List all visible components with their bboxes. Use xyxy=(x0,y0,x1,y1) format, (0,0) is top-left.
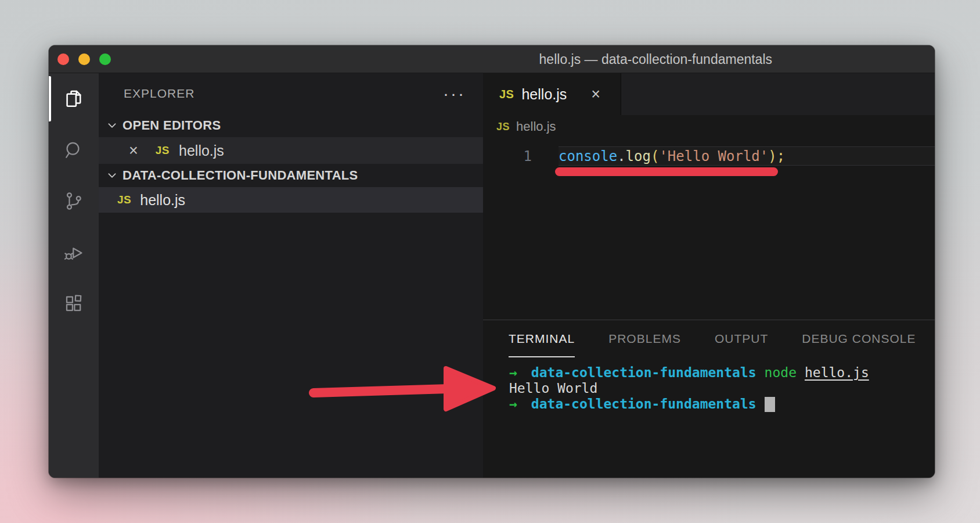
sidebar-title: EXPLORER xyxy=(124,87,194,101)
files-icon xyxy=(63,88,84,109)
panel-tab-bar: TERMINAL PROBLEMS OUTPUT DEBUG CONSOLE xyxy=(483,320,935,357)
js-file-icon: JS xyxy=(156,144,170,157)
terminal-line-command: →data-collection-fundamentalsnodehello.j… xyxy=(509,365,935,381)
code-editor[interactable]: JS hello.js 1 console.log('Hello World')… xyxy=(483,115,935,320)
open-editor-file-name: hello.js xyxy=(179,142,224,159)
activity-search-button[interactable] xyxy=(49,124,99,175)
folder-name-label: DATA-COLLECTION-FUNDAMENTALS xyxy=(123,168,358,183)
token-dot: . xyxy=(617,148,625,164)
sidebar-more-actions-button[interactable]: ··· xyxy=(443,88,466,99)
prompt-arrow: → xyxy=(509,365,517,381)
activity-source-control-button[interactable] xyxy=(49,175,99,227)
window-body: EXPLORER ··· OPEN EDITORS × JS hello.js … xyxy=(49,73,935,478)
activity-extensions-button[interactable] xyxy=(49,278,99,329)
explorer-sidebar: EXPLORER ··· OPEN EDITORS × JS hello.js … xyxy=(99,73,483,478)
line-number: 1 xyxy=(483,148,559,164)
open-editors-section-header[interactable]: OPEN EDITORS xyxy=(99,114,483,137)
js-file-icon: JS xyxy=(499,88,514,101)
breadcrumb[interactable]: JS hello.js xyxy=(483,115,935,138)
prompt-arrow: → xyxy=(509,396,517,412)
token-paren-open: ( xyxy=(651,148,659,164)
file-item-hello-js-selected[interactable]: JS hello.js xyxy=(99,187,483,213)
terminal-output-text: Hello World xyxy=(509,381,597,396)
js-file-icon: JS xyxy=(117,194,131,206)
chevron-down-icon xyxy=(107,170,117,181)
tab-label: hello.js xyxy=(521,86,567,103)
window-title: hello.js — data-collection-fundamentals xyxy=(539,45,772,73)
command-arg-file: hello.js xyxy=(805,365,869,381)
tab-debug-console[interactable]: DEBUG CONSOLE xyxy=(802,320,916,357)
maximize-window-button[interactable] xyxy=(99,53,111,65)
open-editors-label: OPEN EDITORS xyxy=(123,118,221,133)
breadcrumb-file-name: hello.js xyxy=(516,119,556,134)
sidebar-header: EXPLORER ··· xyxy=(99,73,483,114)
tab-terminal[interactable]: TERMINAL xyxy=(509,320,575,357)
file-name: hello.js xyxy=(140,192,185,209)
code-line-1[interactable]: 1 console.log('Hello World'); xyxy=(483,146,935,166)
prompt-directory: data-collection-fundamentals xyxy=(531,396,756,412)
token-log: log xyxy=(626,148,651,164)
tab-output[interactable]: OUTPUT xyxy=(715,320,768,357)
tab-problems[interactable]: PROBLEMS xyxy=(608,320,681,357)
js-file-icon: JS xyxy=(496,121,510,133)
close-editor-icon[interactable]: × xyxy=(129,143,138,159)
close-window-button[interactable] xyxy=(57,53,69,65)
activity-explorer-button[interactable] xyxy=(49,73,99,124)
search-icon xyxy=(63,139,84,160)
activity-bar xyxy=(49,73,99,478)
run-and-debug-icon xyxy=(63,242,84,263)
red-underline-annotation xyxy=(555,167,778,176)
close-tab-icon[interactable]: × xyxy=(591,87,600,102)
token-string: 'Hello World' xyxy=(659,148,768,164)
title-bar: hello.js — data-collection-fundamentals xyxy=(49,45,935,73)
open-editor-item-hello-js[interactable]: × JS hello.js xyxy=(99,137,483,164)
source-control-icon xyxy=(63,191,84,212)
prompt-directory: data-collection-fundamentals xyxy=(531,365,756,381)
desktop: { "window": { "title": "hello.js — data-… xyxy=(0,0,980,523)
minimize-window-button[interactable] xyxy=(78,53,90,65)
chevron-down-icon xyxy=(107,120,117,131)
bottom-panel: TERMINAL PROBLEMS OUTPUT DEBUG CONSOLE →… xyxy=(483,320,935,478)
extensions-icon xyxy=(63,293,84,314)
traffic-lights xyxy=(57,53,111,65)
vscode-window: hello.js — data-collection-fundamentals xyxy=(49,45,935,478)
command-node: node xyxy=(765,365,797,381)
folder-section-header[interactable]: DATA-COLLECTION-FUNDAMENTALS xyxy=(99,164,483,187)
code-line-content: console.log('Hello World'); xyxy=(559,146,935,166)
active-view-indicator xyxy=(49,76,51,121)
tab-hello-js[interactable]: JS hello.js × xyxy=(483,73,621,115)
terminal-line-prompt: →data-collection-fundamentals xyxy=(509,396,935,412)
activity-run-debug-button[interactable] xyxy=(49,227,99,278)
terminal-cursor xyxy=(765,397,775,412)
editor-tab-bar: JS hello.js × xyxy=(483,73,935,115)
terminal-view[interactable]: →data-collection-fundamentalsnodehello.j… xyxy=(483,357,935,412)
token-paren-close: ); xyxy=(768,148,785,164)
editor-group: JS hello.js × JS hello.js 1 console.log(… xyxy=(483,73,935,478)
token-console: console xyxy=(559,148,617,164)
terminal-line-output: Hello World xyxy=(509,381,935,396)
